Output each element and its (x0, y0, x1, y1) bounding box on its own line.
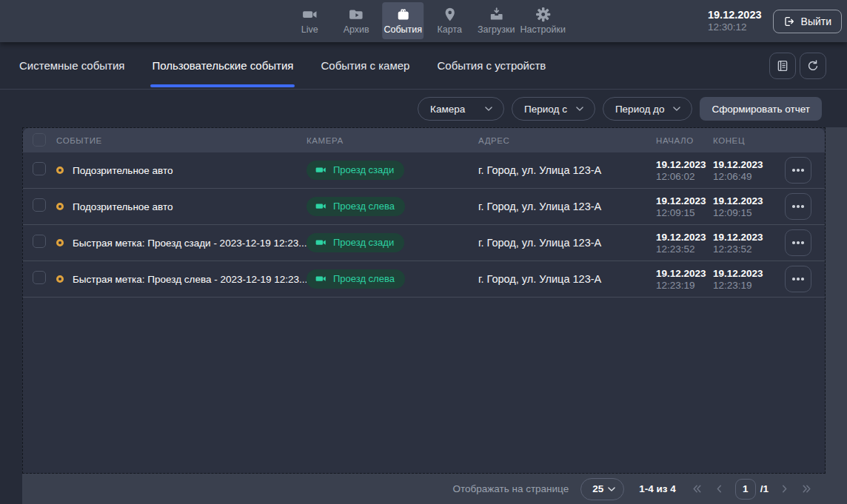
camera-badge-label: Проезд сзади (333, 237, 394, 248)
table-body: Подозрительное авто Проезд сзади г. Горо… (23, 152, 825, 298)
total-pages-label: /1 (760, 483, 769, 494)
nav-item-label: Загрузки (478, 24, 515, 35)
address: г. Город, ул. Улица 123-А (478, 164, 656, 176)
filter-dropdown[interactable]: Период до (603, 97, 693, 121)
event-status-icon (56, 203, 64, 210)
download-tray-icon (489, 7, 504, 22)
events-table-zone: СОБЫТИЕ КАМЕРА АДРЕС НАЧАЛО КОНЕЦ Подозр… (22, 127, 847, 474)
chevron-down-icon (606, 484, 617, 494)
video-camera-icon (315, 273, 327, 284)
filter-toolbar: Камера Период с Период до Сформировать о… (22, 97, 822, 121)
current-page-box[interactable]: 1 (735, 479, 756, 500)
select-all-checkbox[interactable] (33, 133, 46, 147)
tab-system-events[interactable]: Системные события (18, 42, 126, 89)
camera-badge[interactable]: Проезд сзади (307, 233, 404, 252)
filter-dropdown[interactable]: Период с (512, 97, 595, 121)
tab-label: Системные события (19, 59, 124, 72)
row-checkbox[interactable] (33, 162, 46, 175)
nav-item-map[interactable]: Карта (429, 2, 470, 39)
row-checkbox[interactable] (33, 235, 46, 248)
gear-icon (535, 7, 551, 22)
row-actions-button[interactable] (785, 266, 811, 292)
row-actions-button[interactable] (785, 157, 811, 184)
map-pin-icon (442, 7, 458, 22)
column-header-address: АДРЕС (478, 136, 656, 145)
table-row: Быстрая метка: Проезд слева - 2023-12-19… (23, 261, 825, 298)
journal-button[interactable] (769, 53, 796, 79)
chevron-down-icon (672, 104, 682, 114)
table-row: Подозрительное авто Проезд сзади г. Горо… (23, 152, 825, 189)
first-page-button[interactable] (691, 483, 703, 495)
start-datetime: 19.12.2023 12:06:02 (656, 159, 713, 182)
camera-badge[interactable]: Проезд сзади (307, 161, 404, 180)
generate-report-button[interactable]: Сформировать отчет (700, 97, 822, 121)
per-page-value: 25 (592, 483, 603, 494)
main-navigation: Live Архив События Карта Загрузки Настро… (289, 2, 563, 39)
chevron-left-icon (713, 483, 726, 495)
camera-badge-label: Проезд сзади (333, 164, 394, 175)
event-name: Быстрая метка: Проезд слева - 2023-12-19… (73, 274, 307, 285)
scrollbar-track[interactable] (826, 127, 847, 474)
results-range: 1-4 из 4 (639, 483, 676, 494)
nav-item-events[interactable]: События (382, 2, 424, 39)
event-status-icon (56, 275, 64, 283)
column-header-event: СОБЫТИЕ (56, 136, 307, 145)
tab-label: События с камер (321, 59, 409, 72)
logout-icon (783, 16, 795, 27)
event-status-icon (56, 167, 64, 174)
video-camera-icon (315, 237, 327, 248)
topbar: Live Архив События Карта Загрузки Настро… (0, 0, 847, 42)
tab-label: Пользовательские события (152, 59, 293, 72)
event-name: Подозрительное авто (73, 165, 173, 176)
filter-dropdowns: Камера Период с Период до (418, 97, 692, 121)
last-page-button[interactable] (800, 483, 813, 495)
ellipsis-icon (792, 241, 795, 244)
nav-item-settings[interactable]: Настройки (522, 2, 563, 39)
event-status-icon (56, 239, 64, 246)
ellipsis-icon (792, 205, 795, 208)
filter-dropdown[interactable]: Камера (418, 97, 504, 121)
address: г. Город, ул. Улица 123-А (478, 273, 656, 285)
nav-item-label: События (384, 24, 422, 35)
logout-label: Выйти (801, 16, 831, 27)
table-row: Подозрительное авто Проезд слева г. Горо… (23, 189, 825, 225)
tabs-bar: Системные события Пользовательские событ… (0, 42, 847, 90)
column-header-end: КОНЕЦ (713, 136, 785, 145)
camera-badge[interactable]: Проезд слева (307, 269, 405, 289)
current-date: 19.12.2023 (708, 8, 762, 21)
events-calendar-icon (395, 7, 411, 22)
nav-item-downloads[interactable]: Загрузки (475, 2, 517, 39)
tab-user-events[interactable]: Пользовательские события (150, 42, 295, 89)
row-checkbox[interactable] (33, 271, 46, 284)
nav-item-archive[interactable]: Архив (335, 2, 377, 39)
tab-camera-events[interactable]: События с камер (319, 42, 411, 89)
nav-item-label: Архив (344, 24, 369, 35)
pagination-footer: Отображать на странице 25 1-4 из 4 1 /1 (22, 474, 847, 504)
start-datetime: 19.12.2023 12:23:52 (656, 232, 713, 255)
video-camera-icon (315, 164, 327, 175)
row-checkbox[interactable] (33, 198, 46, 212)
ellipsis-icon (792, 278, 795, 280)
camera-badge[interactable]: Проезд слева (307, 197, 405, 216)
address: г. Город, ул. Улица 123-А (478, 201, 656, 212)
next-page-button[interactable] (778, 483, 791, 495)
table-row: Быстрая метка: Проезд сзади - 2023-12-19… (23, 225, 825, 261)
tab-label: События с устройств (437, 59, 546, 72)
per-page-select[interactable]: 25 (580, 478, 624, 500)
row-actions-button[interactable] (785, 193, 811, 220)
chevrons-right-icon (800, 483, 813, 495)
events-table: СОБЫТИЕ КАМЕРА АДРЕС НАЧАЛО КОНЕЦ Подозр… (22, 127, 826, 474)
chevrons-left-icon (691, 483, 703, 495)
chevron-down-icon (575, 104, 585, 114)
nav-item-live[interactable]: Live (289, 2, 330, 39)
logout-button[interactable]: Выйти (773, 10, 842, 33)
ellipsis-icon (792, 169, 795, 172)
prev-page-button[interactable] (713, 483, 726, 495)
end-datetime: 19.12.2023 12:23:52 (713, 232, 785, 255)
refresh-button[interactable] (800, 53, 826, 79)
per-page-label: Отображать на странице (452, 483, 569, 494)
chevron-right-icon (778, 483, 791, 495)
tab-device-events[interactable]: События с устройств (435, 42, 547, 89)
row-actions-button[interactable] (785, 229, 811, 256)
table-header: СОБЫТИЕ КАМЕРА АДРЕС НАЧАЛО КОНЕЦ (23, 128, 825, 152)
